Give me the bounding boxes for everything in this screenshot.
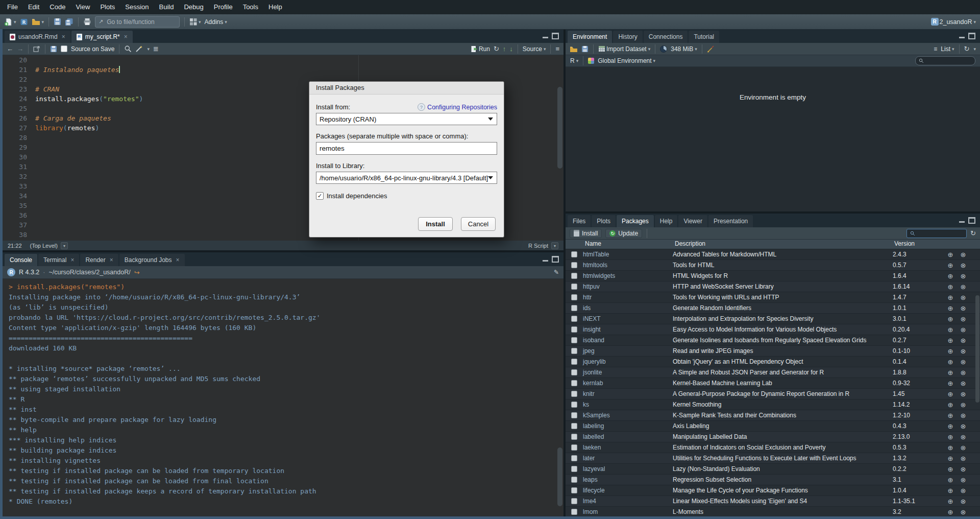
package-row[interactable]: httrTools for Working with URLs and HTTP… [566,292,980,303]
package-name-link[interactable]: jquerylib [583,358,673,365]
package-checkbox[interactable] [571,369,577,375]
package-checkbox[interactable] [571,412,577,418]
tab-history[interactable]: History [613,31,642,43]
minimize-icon[interactable] [543,260,548,262]
package-name-link[interactable]: lazyeval [583,465,673,473]
package-remove-icon[interactable]: ⊗ [961,498,966,505]
environment-search-input[interactable] [926,57,972,64]
package-browse-icon[interactable]: ⊕ [948,251,953,258]
tab-console[interactable]: Console [5,254,37,266]
find-icon[interactable] [124,45,132,53]
package-row[interactable]: insightEasy Access to Model Information … [566,324,980,335]
refresh-icon[interactable]: ↻ [964,45,970,52]
package-row[interactable]: jpegRead and write JPEG images0.1-10⊕⊗ [566,346,980,357]
menu-item-tools[interactable]: Tools [238,0,263,14]
back-icon[interactable]: ← [7,45,13,52]
close-icon[interactable]: × [110,256,113,264]
package-remove-icon[interactable]: ⊗ [961,422,966,430]
clear-console-icon[interactable]: ✎ [554,269,559,275]
package-browse-icon[interactable]: ⊕ [948,401,953,409]
compile-report-icon[interactable]: ≣ [153,45,159,52]
package-checkbox[interactable] [571,273,577,279]
package-checkbox[interactable] [571,326,577,333]
maximize-icon[interactable] [968,217,975,224]
package-checkbox[interactable] [571,391,577,397]
package-row[interactable]: isobandGenerate Isolines and Isobands fr… [566,335,980,346]
tab-terminal[interactable]: Terminal× [38,254,79,266]
package-row[interactable]: htmltoolsTools for HTML0.5.7⊕⊗ [566,260,980,271]
package-browse-icon[interactable]: ⊕ [948,487,953,494]
environment-scope-selector[interactable]: Global Environment ▾ [598,57,655,64]
package-browse-icon[interactable]: ⊕ [948,433,953,441]
save-button[interactable] [54,18,61,26]
menu-item-plots[interactable]: Plots [95,0,120,14]
package-row[interactable]: lifecycleManage the Life Cycle of your P… [566,485,980,496]
menu-item-code[interactable]: Code [44,0,70,14]
package-checkbox[interactable] [571,305,577,311]
tab-environment[interactable]: Environment [568,31,612,43]
package-row[interactable]: httpuvHTTP and WebSocket Server Library1… [566,281,980,292]
configuring-repositories[interactable]: ? Configuring Repositories [418,103,497,111]
package-checkbox[interactable] [571,262,577,268]
document-outline-icon[interactable]: ≡ [555,45,559,52]
rerun-icon[interactable]: ↻ [494,45,499,52]
scope-selector[interactable]: (Top Level) [30,243,58,249]
package-remove-icon[interactable]: ⊗ [961,294,966,301]
code-line[interactable]: 20 [3,55,564,65]
project-menu-button[interactable]: R 2_usandoR ▾ [931,18,976,26]
install-from-select[interactable]: Repository (CRAN) [316,113,497,125]
run-button[interactable]: Run [471,45,490,53]
goto-file-input[interactable] [106,18,176,26]
package-browse-icon[interactable]: ⊕ [948,390,953,398]
tab-viewer[interactable]: Viewer [678,215,707,227]
package-name-link[interactable]: laeken [583,444,673,451]
packages-scrollbar[interactable] [975,295,979,403]
package-checkbox[interactable] [571,487,577,493]
minimize-icon[interactable] [959,221,965,223]
packages-input[interactable] [316,142,497,155]
addins-button[interactable]: Addins ▾ [205,18,227,26]
package-browse-icon[interactable]: ⊕ [948,358,953,366]
package-remove-icon[interactable]: ⊗ [961,487,966,494]
package-name-link[interactable]: htmltools [583,262,673,269]
package-name-link[interactable]: httpuv [583,283,673,290]
package-row[interactable]: lme4Linear Mixed-Effects Models using 'E… [566,496,980,507]
open-in-new-window-icon[interactable] [33,45,40,52]
package-remove-icon[interactable]: ⊗ [961,326,966,334]
package-browse-icon[interactable]: ⊕ [948,315,953,323]
package-row[interactable]: htmlTableAdvanced Tables for Markdown/HT… [566,249,980,260]
package-browse-icon[interactable]: ⊕ [948,498,953,505]
source-on-save-checkbox[interactable] [61,45,67,52]
install-button[interactable]: Install [418,217,453,231]
minimize-icon[interactable] [959,37,965,38]
tab-usandor-rmd[interactable]: usandoR.Rmd× [5,31,70,43]
package-browse-icon[interactable]: ⊕ [948,455,953,462]
package-remove-icon[interactable]: ⊗ [961,455,966,462]
package-name-link[interactable]: ks [583,401,673,408]
package-row[interactable]: iNEXTInterpolation and Extrapolation for… [566,314,980,324]
print-button[interactable] [83,18,91,26]
cancel-button[interactable]: Cancel [461,217,496,231]
tab-background-jobs[interactable]: Background Jobs× [119,254,185,266]
package-name-link[interactable]: isoband [583,337,673,344]
close-icon[interactable]: × [124,33,128,40]
package-browse-icon[interactable]: ⊕ [948,465,953,473]
library-select[interactable]: /home/usuario/R/x86_64-pc-linux-gnu-libr… [316,172,497,184]
package-browse-icon[interactable]: ⊕ [948,283,953,291]
package-checkbox[interactable] [571,316,577,322]
tab-files[interactable]: Files [568,215,591,227]
package-remove-icon[interactable]: ⊗ [961,251,966,258]
package-remove-icon[interactable]: ⊗ [961,476,966,484]
package-browse-icon[interactable]: ⊕ [948,422,953,430]
package-row[interactable]: laterUtilities for Scheduling Functions … [566,453,980,464]
package-row[interactable]: kernlabKernel-Based Machine Learning Lab… [566,378,980,389]
package-name-link[interactable]: ids [583,304,673,312]
package-browse-icon[interactable]: ⊕ [948,326,953,334]
package-remove-icon[interactable]: ⊗ [961,401,966,409]
install-packages-button[interactable]: Install [570,229,602,238]
menu-item-build[interactable]: Build [154,0,179,14]
package-row[interactable]: jquerylibObtain 'jQuery' as an HTML Depe… [566,357,980,367]
memory-usage-button[interactable]: 348 MiB ▾ [671,45,697,53]
package-checkbox[interactable] [571,337,577,343]
package-browse-icon[interactable]: ⊕ [948,262,953,269]
